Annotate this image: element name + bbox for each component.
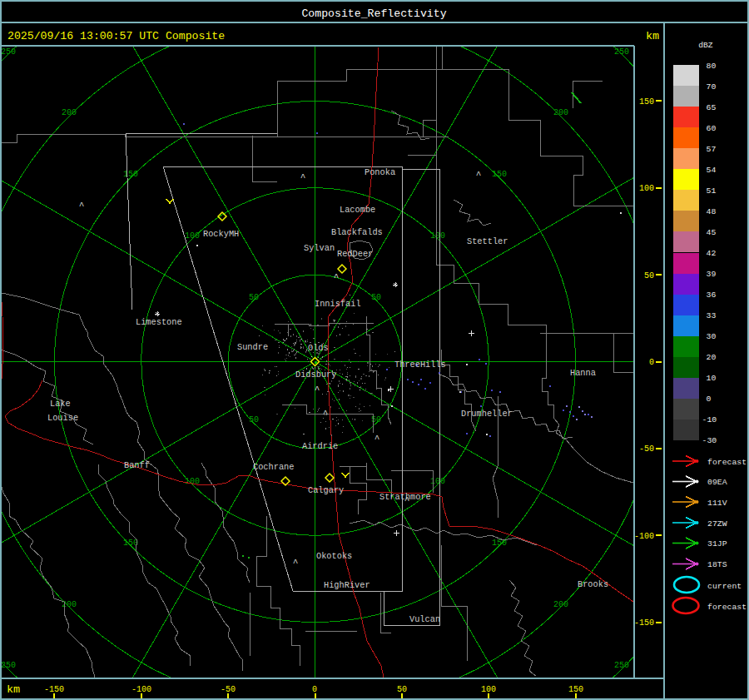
svg-text:^: ^: [293, 558, 299, 568]
svg-text:2025/09/16 13:00:57 UTC Compos: 2025/09/16 13:00:57 UTC Composite: [7, 30, 225, 42]
svg-text:100: 100: [185, 231, 200, 241]
svg-text:ThreeHills: ThreeHills: [394, 360, 446, 370]
svg-text:10: 10: [707, 374, 717, 383]
svg-text:65: 65: [707, 103, 717, 112]
svg-text:200: 200: [553, 600, 568, 609]
svg-text:Blackfalds: Blackfalds: [331, 227, 383, 237]
svg-text:dBZ: dBZ: [698, 41, 713, 50]
svg-text:^: ^: [323, 409, 329, 419]
svg-text:Sylvan: Sylvan: [304, 243, 335, 253]
svg-text:-50: -50: [221, 685, 236, 694]
svg-text:Cochrane: Cochrane: [253, 462, 294, 472]
svg-text:200: 200: [62, 108, 77, 117]
svg-text:Olds: Olds: [308, 343, 329, 353]
svg-text:Okotoks: Okotoks: [316, 551, 352, 561]
svg-text:Sundre: Sundre: [237, 342, 268, 352]
svg-text:km: km: [646, 30, 659, 42]
svg-text:80: 80: [707, 62, 717, 71]
svg-text:-150: -150: [44, 685, 64, 694]
svg-text:Didsbury: Didsbury: [295, 370, 336, 380]
svg-text:50: 50: [397, 685, 407, 694]
svg-text:0: 0: [649, 358, 654, 367]
svg-text:Drumheller: Drumheller: [461, 409, 513, 419]
svg-text:54: 54: [707, 166, 717, 175]
svg-text:30: 30: [707, 332, 717, 341]
svg-text:50: 50: [371, 293, 381, 302]
svg-text:0: 0: [707, 395, 712, 404]
svg-text:RedDeer: RedDeer: [337, 249, 373, 259]
svg-text:20: 20: [707, 353, 717, 362]
svg-text:70: 70: [707, 82, 717, 92]
svg-text:150: 150: [568, 685, 583, 694]
svg-text:45: 45: [707, 228, 717, 237]
svg-text:km: km: [7, 683, 20, 696]
svg-text:-30: -30: [702, 436, 717, 445]
svg-text:51: 51: [707, 186, 717, 196]
svg-text:Airdrie: Airdrie: [302, 441, 338, 451]
svg-text:48: 48: [707, 207, 717, 216]
svg-text:^: ^: [374, 434, 380, 444]
svg-text:Vulcan: Vulcan: [409, 614, 440, 624]
svg-text:200: 200: [553, 108, 568, 117]
svg-text:forecast: forecast: [707, 458, 747, 467]
svg-text:150: 150: [492, 170, 507, 179]
svg-text:^: ^: [334, 272, 340, 282]
svg-text:Strathmore: Strathmore: [379, 492, 431, 502]
svg-text:50: 50: [249, 293, 259, 302]
svg-text:09EA: 09EA: [707, 478, 727, 487]
svg-text:-100: -100: [131, 685, 151, 694]
svg-text:Hanna: Hanna: [570, 368, 596, 378]
svg-text:100: 100: [481, 685, 496, 694]
svg-text:31JP: 31JP: [707, 539, 727, 549]
svg-text:Brooks: Brooks: [578, 579, 608, 589]
svg-text:-50: -50: [639, 444, 654, 454]
svg-text:forecast: forecast: [707, 603, 747, 612]
svg-text:Lake: Lake: [50, 399, 71, 409]
svg-text:60: 60: [707, 124, 717, 133]
svg-text:18TS: 18TS: [707, 560, 727, 569]
svg-text:^: ^: [300, 172, 306, 182]
svg-text:RockyMH: RockyMH: [203, 229, 239, 239]
svg-text:39: 39: [707, 270, 717, 279]
svg-text:-150: -150: [634, 618, 654, 628]
svg-text:150: 150: [639, 97, 654, 107]
svg-text:36: 36: [707, 290, 717, 300]
svg-text:Innisfail: Innisfail: [315, 299, 361, 309]
svg-text:Calgary: Calgary: [308, 485, 344, 495]
svg-text:33: 33: [707, 311, 717, 320]
svg-text:Lacombe: Lacombe: [340, 205, 375, 215]
svg-text:Banff: Banff: [124, 460, 150, 470]
svg-text:Limestone: Limestone: [136, 317, 182, 327]
svg-text:57: 57: [707, 145, 717, 154]
svg-text:0: 0: [312, 685, 317, 694]
svg-text:-100: -100: [634, 532, 654, 541]
svg-text:250: 250: [614, 661, 629, 670]
svg-text:100: 100: [430, 231, 445, 241]
svg-text:27ZW: 27ZW: [707, 519, 727, 529]
svg-text:^: ^: [79, 201, 85, 211]
svg-text:250: 250: [1, 47, 16, 57]
svg-text:^: ^: [315, 385, 320, 395]
svg-text:50: 50: [249, 415, 259, 424]
svg-text:Louise: Louise: [47, 413, 78, 423]
svg-text:Stettler: Stettler: [467, 236, 508, 246]
svg-text:250: 250: [1, 661, 16, 670]
svg-text:^: ^: [476, 170, 482, 180]
svg-text:50: 50: [644, 271, 654, 280]
svg-text:Ponoka: Ponoka: [365, 167, 395, 177]
svg-text:100: 100: [639, 184, 654, 193]
svg-text:current: current: [707, 582, 742, 591]
svg-text:111V: 111V: [707, 499, 727, 508]
svg-text:250: 250: [614, 47, 629, 57]
svg-text:42: 42: [707, 249, 717, 258]
svg-text:-10: -10: [702, 415, 717, 424]
svg-text:150: 150: [123, 170, 138, 179]
svg-text:Composite_Reflectivity: Composite_Reflectivity: [301, 7, 446, 20]
svg-text:HighRiver: HighRiver: [324, 580, 370, 590]
